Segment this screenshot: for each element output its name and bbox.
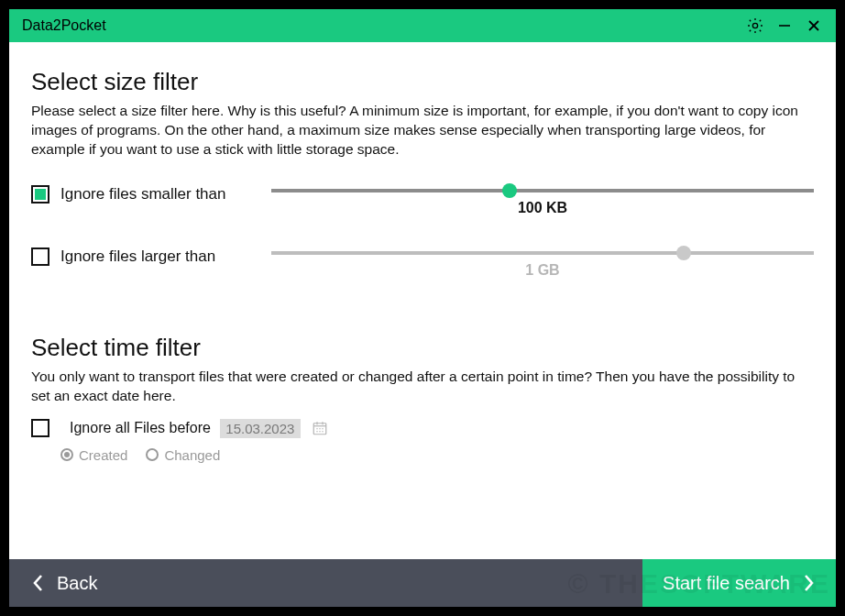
ignore-before-label: Ignore all Files before xyxy=(70,420,211,436)
close-icon xyxy=(807,19,820,32)
start-search-label: Start file search xyxy=(663,573,790,594)
ignore-before-row: Ignore all Files before xyxy=(31,419,814,438)
ignore-larger-value: 1 GB xyxy=(271,262,814,279)
time-filter-title: Select time filter xyxy=(31,334,814,362)
size-filter-desc: Please select a size filter here. Why is… xyxy=(31,102,814,160)
minimize-icon xyxy=(778,19,791,32)
radio-dot-icon xyxy=(146,448,159,461)
back-button[interactable]: Back xyxy=(9,559,642,607)
time-filter-desc: You only want to transport files that we… xyxy=(31,368,814,406)
chevron-left-icon xyxy=(31,573,44,593)
time-filter-section: Select time filter You only want to tran… xyxy=(31,334,814,463)
calendar-icon xyxy=(312,420,328,436)
ignore-larger-label: Ignore files larger than xyxy=(60,248,271,266)
slider-thumb[interactable] xyxy=(676,246,691,260)
app-title: Data2Pocket xyxy=(22,17,741,34)
radio-created-label: Created xyxy=(79,447,127,463)
ignore-before-date-input[interactable] xyxy=(220,419,301,438)
ignore-larger-checkbox[interactable] xyxy=(31,248,49,266)
chevron-right-icon xyxy=(803,573,816,593)
ignore-smaller-row: Ignore files smaller than 100 KB xyxy=(31,185,814,216)
calendar-button[interactable] xyxy=(310,419,330,437)
radio-dot-icon xyxy=(60,448,73,461)
slider-track[interactable] xyxy=(271,251,814,255)
content-area: Select size filter Please select a size … xyxy=(9,42,836,559)
gear-icon xyxy=(746,16,764,35)
ignore-smaller-slider[interactable]: 100 KB xyxy=(271,185,814,216)
slider-thumb[interactable] xyxy=(502,183,517,198)
ignore-larger-row: Ignore files larger than 1 GB xyxy=(31,248,814,279)
footer-bar: Back Start file search xyxy=(9,559,836,607)
radio-changed-label: Changed xyxy=(164,447,220,463)
titlebar: Data2Pocket xyxy=(9,9,836,42)
start-search-button[interactable]: Start file search xyxy=(642,559,836,607)
svg-point-0 xyxy=(752,23,757,28)
size-filter-title: Select size filter xyxy=(31,68,814,96)
close-button[interactable] xyxy=(799,11,829,40)
ignore-before-checkbox[interactable] xyxy=(31,419,49,437)
settings-button[interactable] xyxy=(741,11,770,40)
radio-changed[interactable]: Changed xyxy=(146,447,220,463)
time-filter-radios: Created Changed xyxy=(60,447,814,463)
ignore-smaller-checkbox[interactable] xyxy=(31,185,49,204)
app-window: Data2Pocket Select size filter Please se… xyxy=(9,9,836,607)
ignore-larger-slider[interactable]: 1 GB xyxy=(271,248,814,279)
minimize-button[interactable] xyxy=(770,11,799,40)
slider-track[interactable] xyxy=(271,189,814,192)
back-label: Back xyxy=(57,573,97,594)
ignore-smaller-label: Ignore files smaller than xyxy=(60,185,271,204)
radio-created[interactable]: Created xyxy=(60,447,127,463)
ignore-smaller-value: 100 KB xyxy=(271,200,814,216)
